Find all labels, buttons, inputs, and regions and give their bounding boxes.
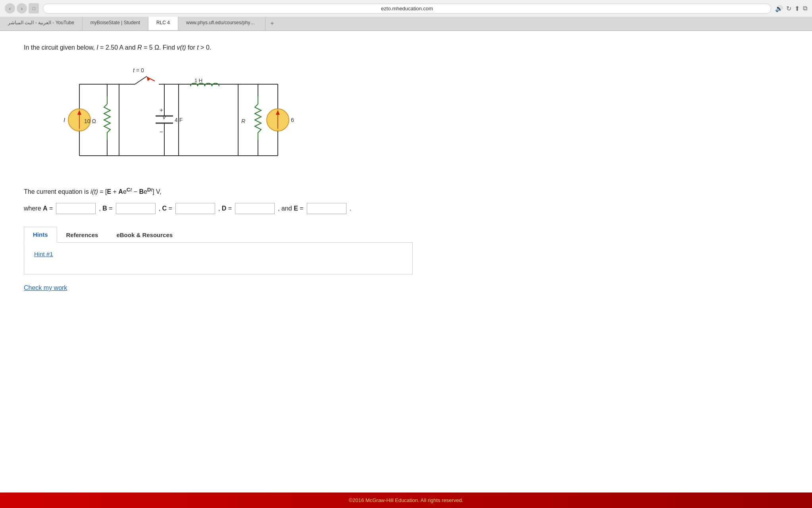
reload-icon[interactable]: ↻ <box>786 5 791 12</box>
tab-references-button[interactable]: References <box>57 227 108 242</box>
tab-arabic[interactable]: العربية - البث المباشر - YouTube <box>0 17 83 30</box>
svg-text:6u(t) A: 6u(t) A <box>291 117 294 123</box>
input-d[interactable] <box>235 203 275 214</box>
svg-text:−: − <box>160 128 163 135</box>
tabs-bar: العربية - البث المباشر - YouTube myBoise… <box>0 17 812 31</box>
forward-button[interactable]: › <box>17 3 27 14</box>
check-my-work-link[interactable]: Check my work <box>24 284 67 292</box>
svg-text:1 H: 1 H <box>194 77 202 83</box>
svg-text:+: + <box>160 106 163 113</box>
browser-actions: 🔊 ↻ ⬆ ⧉ <box>775 5 807 12</box>
new-tab-icon[interactable]: ⧉ <box>803 5 807 12</box>
field-d-label: , D = <box>218 202 232 215</box>
hint-1-link[interactable]: Hint #1 <box>34 251 53 257</box>
tab-buttons: Hints References eBook & Resources <box>24 227 413 243</box>
nav-buttons: ‹ › □ <box>5 3 39 14</box>
page-content: In the circuit given below, I = 2.50 A a… <box>0 31 437 315</box>
tab-content-area: Hint #1 <box>24 243 413 274</box>
address-bar[interactable]: ezto.mheducation.com <box>43 4 771 14</box>
svg-text:4 F: 4 F <box>175 117 183 123</box>
tab-rlc[interactable]: RLC 4 <box>148 17 178 30</box>
tab-phys[interactable]: www.phys.ufl.edu/courses/phy2049/spring1… <box>178 17 266 30</box>
volume-icon[interactable]: 🔊 <box>775 5 783 12</box>
svg-text:= 0: = 0 <box>136 67 144 73</box>
field-e-label: , and E = <box>278 202 304 215</box>
browser-chrome: ‹ › □ ezto.mheducation.com 🔊 ↻ ⬆ ⧉ العرب… <box>0 0 812 31</box>
svg-line-4 <box>135 76 147 84</box>
equation-line: The current equation is i(t) = [E + AeCt… <box>24 185 413 198</box>
tab-hints-button[interactable]: Hints <box>24 227 57 243</box>
input-c[interactable] <box>175 203 215 214</box>
new-tab-plus[interactable]: + <box>266 17 279 30</box>
svg-text:R: R <box>241 118 245 124</box>
tab-ebook-button[interactable]: eBook & Resources <box>107 227 182 242</box>
field-c-label: , C = <box>159 202 172 215</box>
input-a[interactable] <box>56 203 96 214</box>
svg-text:t: t <box>133 67 135 73</box>
back-button[interactable]: ‹ <box>5 3 15 14</box>
tab-boise[interactable]: myBoiseState | Student <box>83 17 148 30</box>
browser-toolbar: ‹ › □ ezto.mheducation.com 🔊 ↻ ⬆ ⧉ <box>0 0 812 17</box>
content-tabs: Hints References eBook & Resources Hint … <box>24 227 413 274</box>
field-suffix: . <box>350 202 351 215</box>
circuit-diagram: t = 0 1 H I <box>56 60 294 172</box>
svg-text:10 Ω: 10 Ω <box>84 118 96 124</box>
input-e[interactable] <box>307 203 346 214</box>
svg-text:I: I <box>63 116 65 123</box>
input-b[interactable] <box>116 203 156 214</box>
window-button[interactable]: □ <box>29 3 39 14</box>
equation-section: The current equation is i(t) = [E + AeCt… <box>24 185 413 215</box>
problem-statement: In the circuit given below, I = 2.50 A a… <box>24 43 413 52</box>
field-b-label: , B = <box>99 202 112 215</box>
field-a-label: where A = <box>24 202 53 215</box>
circuit-container: t = 0 1 H I <box>56 60 413 173</box>
input-fields-line: where A = , B = , C = , D = , and E = . <box>24 202 413 215</box>
share-icon[interactable]: ⬆ <box>795 5 800 12</box>
